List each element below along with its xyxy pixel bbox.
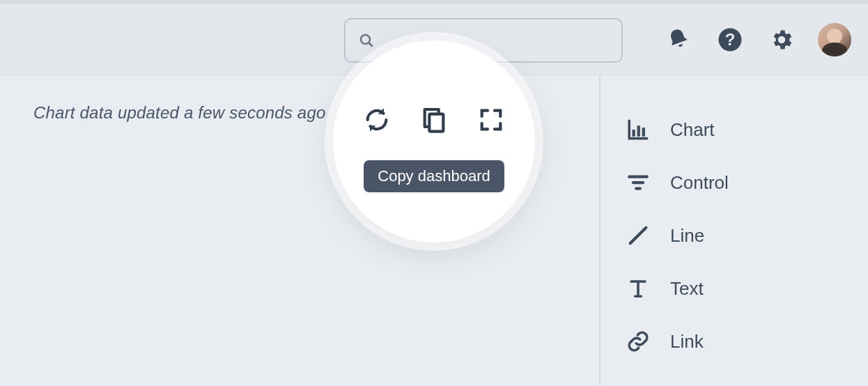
refresh-button[interactable] bbox=[362, 105, 392, 135]
svg-line-1 bbox=[369, 43, 373, 47]
sidebar-item-control[interactable]: Control bbox=[600, 156, 868, 209]
tooltip-copy-dashboard: Copy dashboard bbox=[364, 160, 504, 192]
help-icon: ? bbox=[718, 27, 743, 52]
line-icon bbox=[626, 223, 651, 248]
spotlight-popover: Copy dashboard bbox=[333, 40, 535, 242]
sidebar-item-chart[interactable]: Chart bbox=[600, 103, 868, 156]
settings-button[interactable] bbox=[766, 24, 797, 55]
sidebar-item-label: Link bbox=[670, 331, 704, 353]
svg-line-10 bbox=[630, 228, 646, 244]
avatar[interactable] bbox=[818, 23, 851, 56]
link-icon bbox=[626, 329, 651, 354]
sidebar-item-label: Text bbox=[670, 278, 704, 300]
filter-icon bbox=[626, 170, 651, 195]
sidebar-item-text[interactable]: Text bbox=[600, 262, 868, 315]
topbar-actions: ? bbox=[663, 4, 851, 75]
sidebar-item-label: Line bbox=[670, 225, 704, 247]
spotlight-actions bbox=[362, 105, 506, 135]
svg-text:?: ? bbox=[725, 30, 736, 49]
sidebar: Chart Control Line Text bbox=[599, 75, 868, 386]
svg-rect-5 bbox=[637, 125, 640, 137]
svg-rect-6 bbox=[642, 128, 645, 137]
gear-icon bbox=[769, 27, 794, 52]
sidebar-item-line[interactable]: Line bbox=[600, 209, 868, 262]
sidebar-item-link[interactable]: Link bbox=[600, 315, 868, 368]
notifications-button[interactable] bbox=[663, 24, 694, 55]
copy-dashboard-button[interactable] bbox=[419, 105, 449, 135]
sidebar-item-label: Control bbox=[670, 172, 729, 194]
bell-icon bbox=[666, 27, 691, 52]
svg-rect-14 bbox=[429, 114, 443, 132]
sidebar-item-label: Chart bbox=[670, 119, 715, 141]
search-icon bbox=[358, 32, 375, 49]
refresh-icon bbox=[363, 106, 391, 134]
fullscreen-icon bbox=[477, 106, 505, 134]
copy-icon bbox=[420, 106, 448, 134]
fullscreen-button[interactable] bbox=[476, 105, 506, 135]
help-button[interactable]: ? bbox=[715, 24, 745, 55]
chart-icon bbox=[626, 117, 651, 142]
text-icon bbox=[626, 276, 651, 301]
svg-rect-4 bbox=[633, 130, 635, 137]
